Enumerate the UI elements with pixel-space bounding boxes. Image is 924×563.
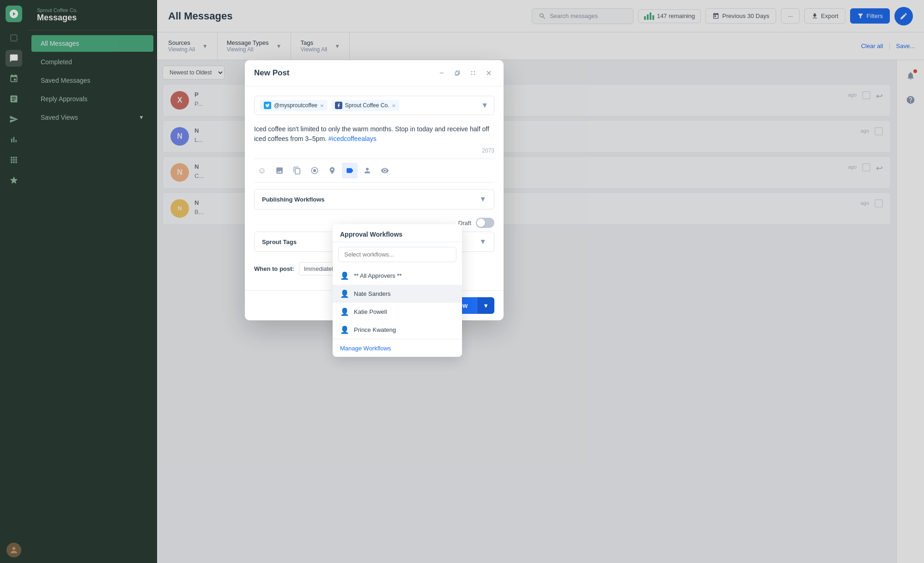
message-types-sub: Viewing All: [227, 46, 269, 53]
message-avatar: N: [170, 199, 189, 218]
sprout-tags-chevron: ▼: [479, 238, 486, 246]
profiles-dropdown-arrow[interactable]: ▼: [481, 101, 488, 110]
modal-minimize-btn[interactable]: [436, 67, 447, 79]
when-to-post-input[interactable]: [299, 262, 387, 275]
draft-label: Draft: [458, 220, 471, 226]
search-box[interactable]: Search messages: [532, 8, 633, 24]
notification-dot: [913, 69, 917, 73]
publishing-workflows-header[interactable]: Publishing Workflows ▼: [255, 190, 494, 209]
modal-expand-btn[interactable]: [468, 67, 479, 79]
sprout-tags-header[interactable]: Sprout Tags ▼: [255, 232, 494, 251]
remove-facebook-tag-btn[interactable]: ×: [392, 102, 395, 109]
message-sender-name: P: [195, 91, 199, 98]
nav-apps-icon[interactable]: [6, 152, 22, 168]
sidebar-company: Sprout Coffee Co.: [37, 7, 148, 13]
left-nav: [0, 0, 28, 563]
nav-analytics-icon[interactable]: [6, 131, 22, 148]
tag-btn[interactable]: [342, 163, 358, 178]
modal-restore-btn[interactable]: [452, 67, 463, 79]
sources-sub: Viewing All: [168, 46, 195, 53]
date-range-label: Previous 30 Days: [722, 12, 769, 19]
tags-sub: Viewing All: [300, 46, 327, 53]
message-checkbox[interactable]: [875, 199, 883, 208]
message-avatar: N: [170, 127, 189, 146]
profile-tags: @mysproutcoffee × Sprout Coffee Co. × ▼: [254, 96, 494, 115]
modal-header: New Post: [245, 60, 504, 86]
filters-btn[interactable]: Filters: [850, 8, 890, 24]
remove-twitter-tag-btn[interactable]: ×: [320, 102, 324, 109]
reply-icon[interactable]: ↩: [876, 91, 883, 110]
photo-btn[interactable]: [272, 163, 287, 178]
message-time: ago: [861, 200, 869, 206]
export-btn[interactable]: Export: [804, 8, 845, 24]
bar-chart-icon: [644, 12, 654, 20]
message-checkbox[interactable]: [862, 163, 870, 171]
modal-title: New Post: [254, 68, 290, 78]
emoji-btn[interactable]: ☺: [254, 163, 270, 178]
sidebar-item-reply-approvals[interactable]: Reply Approvals: [31, 91, 153, 107]
sidebar-nav: All Messages Completed Saved Messages Re…: [28, 31, 157, 130]
topbar: All Messages Search messages 147 remaini…: [157, 0, 924, 32]
sidebar-item-saved-messages[interactable]: Saved Messages: [31, 72, 153, 89]
filters-icon: [857, 12, 864, 19]
sidebar-item-completed[interactable]: Completed: [31, 54, 153, 70]
sort-select[interactable]: Newest to Oldest: [163, 66, 225, 80]
more-options-btn[interactable]: ···: [781, 8, 800, 24]
search-placeholder: Search messages: [550, 12, 598, 19]
sprout-tags-label: Sprout Tags: [262, 239, 297, 245]
save-filter-btn[interactable]: Save...: [896, 43, 915, 49]
facebook-page-name: Sprout Coffee Co.: [345, 102, 389, 109]
send-now-btn[interactable]: Send Now: [427, 297, 477, 314]
twitter-profile-tag: @mysproutcoffee ×: [260, 100, 328, 111]
post-text[interactable]: Iced coffee isn't limited to only the wa…: [254, 122, 494, 146]
tags-label: Tags: [300, 39, 327, 46]
nav-pin-icon[interactable]: [6, 70, 22, 87]
char-count: 2073: [254, 147, 494, 154]
sidebar-item-all-messages[interactable]: All Messages: [31, 35, 153, 52]
message-checkbox[interactable]: [862, 91, 870, 99]
date-range-btn[interactable]: Previous 30 Days: [705, 8, 776, 24]
location-btn[interactable]: [324, 163, 340, 178]
help-icon[interactable]: [902, 92, 919, 108]
message-sender-name: N: [195, 199, 199, 206]
clear-all-btn[interactable]: Clear all: [861, 43, 883, 49]
message-types-filter[interactable]: Message Types Viewing All ▼: [218, 32, 292, 60]
twitter-handle: @mysproutcoffee: [274, 102, 317, 109]
message-checkbox[interactable]: [875, 127, 883, 135]
modal-footer: Send Now ▼: [245, 290, 504, 320]
modal-controls: [436, 67, 494, 79]
hashtag: #icedcoffeealays: [328, 135, 377, 142]
target-btn[interactable]: [307, 163, 322, 178]
nav-send-icon[interactable]: [6, 111, 22, 128]
sidebar-header: Sprout Coffee Co. Messages: [28, 0, 157, 31]
remaining-count: 147 remaining: [657, 12, 695, 19]
copy-btn[interactable]: [289, 163, 305, 178]
message-sender-name: N: [195, 127, 199, 134]
notifications-icon[interactable]: [902, 67, 919, 84]
user-avatar[interactable]: [6, 543, 21, 557]
message-time: ago: [861, 128, 869, 134]
send-dropdown-btn[interactable]: ▼: [477, 297, 494, 314]
publishing-workflows-label: Publishing Workflows: [262, 196, 325, 203]
sprout-tags-section: Sprout Tags ▼: [254, 232, 494, 252]
nav-tasks-icon[interactable]: [6, 91, 22, 107]
remaining-badge: 147 remaining: [638, 9, 701, 23]
toggle-knob: [477, 219, 485, 227]
message-types-label: Message Types: [227, 39, 269, 46]
nav-star-icon[interactable]: [6, 172, 22, 189]
sidebar: Sprout Coffee Co. Messages All Messages …: [28, 0, 157, 563]
calendar-icon: [712, 12, 719, 19]
reply-icon[interactable]: ↩: [876, 163, 883, 182]
page-title: All Messages: [168, 10, 232, 22]
person-btn[interactable]: [359, 163, 375, 178]
nav-messages-icon[interactable]: [6, 50, 22, 67]
draft-toggle[interactable]: [476, 218, 494, 228]
sidebar-item-saved-views[interactable]: Saved Views ▼: [31, 109, 153, 126]
sources-filter[interactable]: Sources Viewing All ▼: [166, 32, 218, 60]
nav-feed-icon[interactable]: [6, 30, 22, 46]
modal-close-btn[interactable]: [483, 67, 494, 79]
compose-btn[interactable]: [894, 7, 913, 25]
chevron-down-icon: ▼: [139, 114, 144, 121]
eye-btn[interactable]: [377, 163, 393, 178]
tags-filter[interactable]: Tags Viewing All ▼: [291, 32, 350, 60]
